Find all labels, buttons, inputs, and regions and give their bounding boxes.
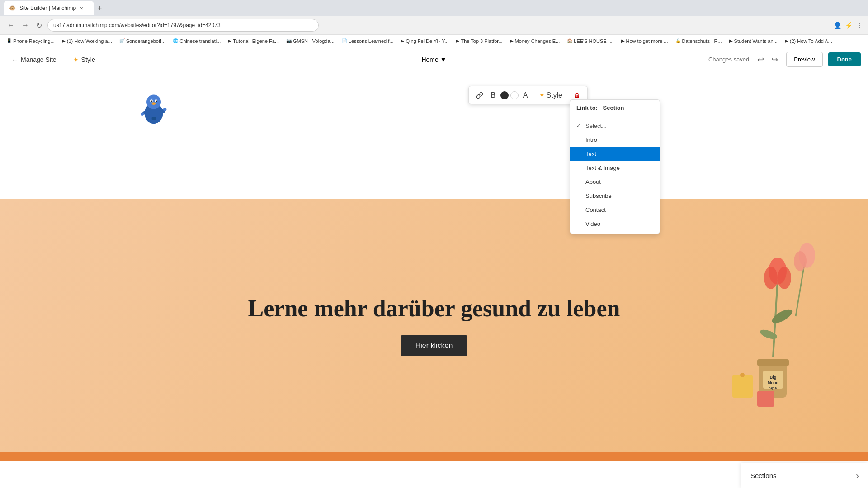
bookmark-5[interactable]: ▶Tutorial: Eigene Fa...: [225, 38, 282, 45]
svg-rect-12: [152, 117, 156, 120]
canvas: Lerne mehr darüber gesund zu leben Hier …: [0, 72, 868, 488]
link-panel: Link to: Section ✓ Select... Intro Text: [570, 99, 660, 234]
option-label-subscribe: Subscribe: [585, 192, 612, 199]
svg-point-5: [151, 101, 152, 102]
sections-toggle-btn[interactable]: ›: [856, 470, 859, 481]
undo-btn[interactable]: ↩: [755, 53, 767, 66]
bold-btn[interactable]: B: [488, 89, 499, 101]
manage-site-btn[interactable]: ← Manage Site: [7, 53, 61, 66]
menu-icon[interactable]: ⋮: [856, 22, 863, 29]
forward-nav-btn[interactable]: →: [20, 19, 31, 31]
style-tool-label: Style: [546, 91, 562, 99]
extensions-icon[interactable]: ⚡: [845, 22, 853, 29]
hero-cta-button[interactable]: Hier klicken: [401, 335, 467, 356]
style-label: Style: [81, 56, 95, 63]
option-label-intro: Intro: [585, 136, 597, 143]
main-content: Lerne mehr darüber gesund zu leben Hier …: [0, 72, 868, 488]
svg-rect-21: [757, 391, 774, 407]
bookmark-9[interactable]: ▶The Top 3 Platfor...: [453, 38, 505, 45]
bookmark-4[interactable]: 🌐Chinese translati...: [170, 38, 223, 45]
toolbar-divider: [533, 91, 533, 100]
header-divider-1: [65, 54, 65, 65]
dropdown-option-subscribe[interactable]: Subscribe: [570, 189, 660, 203]
bookmark-15[interactable]: ▶(2) How To Add A...: [782, 38, 835, 45]
tab-favicon: 🐵: [9, 5, 16, 11]
manage-site-label: Manage Site: [21, 56, 57, 63]
profile-icon[interactable]: 👤: [834, 22, 841, 29]
svg-text:Big: Big: [770, 375, 777, 380]
page-name: Home: [421, 56, 438, 63]
link-btn[interactable]: [473, 90, 486, 101]
bookmark-3[interactable]: 🛒Sonderangebot!...: [117, 38, 168, 45]
page-selector[interactable]: Home ▼: [421, 56, 446, 63]
style-brush-icon: ✦: [73, 56, 79, 63]
undo-redo-group: ↩ ↪: [755, 53, 781, 66]
text-align-btn[interactable]: A: [520, 89, 531, 101]
check-icon: ✓: [576, 123, 583, 129]
dropdown-option-contact[interactable]: Contact: [570, 203, 660, 217]
browser-icons: 👤 ⚡ ⋮: [834, 22, 863, 29]
sections-panel: Sections ›: [741, 463, 868, 488]
address-input[interactable]: [47, 19, 319, 32]
reload-btn[interactable]: ↻: [34, 19, 44, 32]
bookmark-12[interactable]: ▶How to get more ...: [618, 38, 671, 45]
style-btn[interactable]: ✦ Style: [69, 53, 100, 66]
redo-btn[interactable]: ↪: [769, 53, 781, 66]
dropdown-option-text[interactable]: Text: [570, 147, 660, 161]
preview-btn[interactable]: Preview: [786, 52, 822, 67]
bookmark-1[interactable]: 📱Phone Recycling...: [4, 38, 57, 45]
hero-headline: Lerne mehr darüber gesund zu leben: [248, 295, 620, 322]
bottom-bar: [0, 452, 868, 461]
bookmark-2[interactable]: ▶(1) How Working a...: [59, 38, 115, 45]
svg-text:Spa: Spa: [769, 386, 778, 390]
tab-bar: 🐵 Site Builder | Mailchimp ✕ +: [0, 0, 868, 16]
dropdown-option-video[interactable]: Video: [570, 217, 660, 231]
svg-point-6: [156, 101, 157, 102]
back-nav-btn[interactable]: ←: [5, 19, 16, 31]
back-arrow-icon: ←: [12, 56, 18, 63]
new-tab-btn[interactable]: +: [94, 2, 105, 14]
link-panel-header: Link to: Section: [570, 100, 660, 116]
link-section-type[interactable]: Section: [603, 104, 624, 111]
dark-color-swatch[interactable]: [500, 91, 509, 99]
header-right: Changes saved ↩ ↪ Preview Done: [708, 52, 861, 67]
page-chevron-icon: ▼: [440, 56, 447, 63]
changes-saved-text: Changes saved: [708, 56, 749, 63]
toolbar-divider-2: [568, 91, 568, 100]
style-tool-btn[interactable]: ✦ Style: [536, 89, 565, 101]
dropdown-option-text-image[interactable]: Text & Image: [570, 161, 660, 175]
svg-point-20: [740, 373, 745, 377]
bookmark-6[interactable]: 📷GMSN - Vologda...: [283, 38, 337, 45]
bookmark-14[interactable]: ▶Student Wants an...: [726, 38, 780, 45]
bookmark-13[interactable]: 🔒Datenschutz - R...: [673, 38, 725, 45]
bookmark-7[interactable]: 📄Lessons Learned f...: [339, 38, 396, 45]
active-tab[interactable]: 🐵 Site Builder | Mailchimp ✕: [4, 1, 94, 15]
bookmark-10[interactable]: ▶Money Changes E...: [507, 38, 563, 45]
done-btn[interactable]: Done: [828, 52, 861, 66]
dropdown-option-intro[interactable]: Intro: [570, 133, 660, 147]
bookmark-11[interactable]: 🏠LEE'S HOUSE -...: [564, 38, 616, 45]
tab-title: Site Builder | Mailchimp: [19, 5, 76, 11]
tab-close-btn[interactable]: ✕: [80, 6, 83, 11]
logo-area: [136, 90, 172, 128]
dropdown-option-about[interactable]: About: [570, 175, 660, 189]
delete-btn[interactable]: [571, 90, 583, 100]
light-color-swatch[interactable]: [510, 91, 519, 99]
option-label-text: Text: [585, 150, 596, 157]
brush-icon: ✦: [539, 91, 545, 99]
svg-point-1: [146, 94, 161, 109]
svg-point-24: [764, 267, 778, 289]
site-builder-header: ← Manage Site ✦ Style Home ▼ Changes sav…: [0, 47, 868, 72]
address-bar: ← → ↻ 👤 ⚡ ⋮: [0, 16, 868, 34]
dropdown-option-select[interactable]: ✓ Select...: [570, 119, 660, 133]
sections-label: Sections: [750, 472, 777, 479]
option-label-about: About: [585, 178, 601, 185]
svg-point-25: [778, 267, 791, 289]
mailchimp-character: [136, 90, 172, 127]
svg-point-11: [163, 108, 166, 111]
svg-point-7: [152, 102, 156, 105]
browser-chrome: 🐵 Site Builder | Mailchimp ✕ + ← → ↻ 👤 ⚡…: [0, 0, 868, 47]
bookmarks-bar: 📱Phone Recycling... ▶(1) How Working a..…: [0, 34, 868, 47]
option-label-text-image: Text & Image: [585, 164, 620, 171]
bookmark-8[interactable]: ▶Qing Fei De Yi · Y...: [398, 38, 451, 45]
